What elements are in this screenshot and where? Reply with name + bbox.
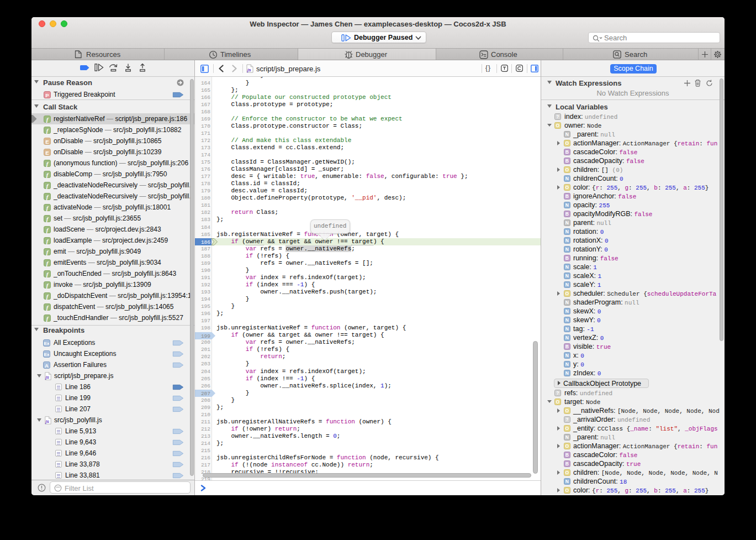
svg-text:199: 199 bbox=[201, 333, 210, 339]
svg-text:207: 207 bbox=[201, 391, 210, 397]
svg-text:js: js bbox=[45, 375, 49, 380]
svg-text:js: js bbox=[45, 419, 49, 424]
svg-text:186: 186 bbox=[201, 239, 210, 245]
svg-text:js: js bbox=[247, 67, 251, 72]
